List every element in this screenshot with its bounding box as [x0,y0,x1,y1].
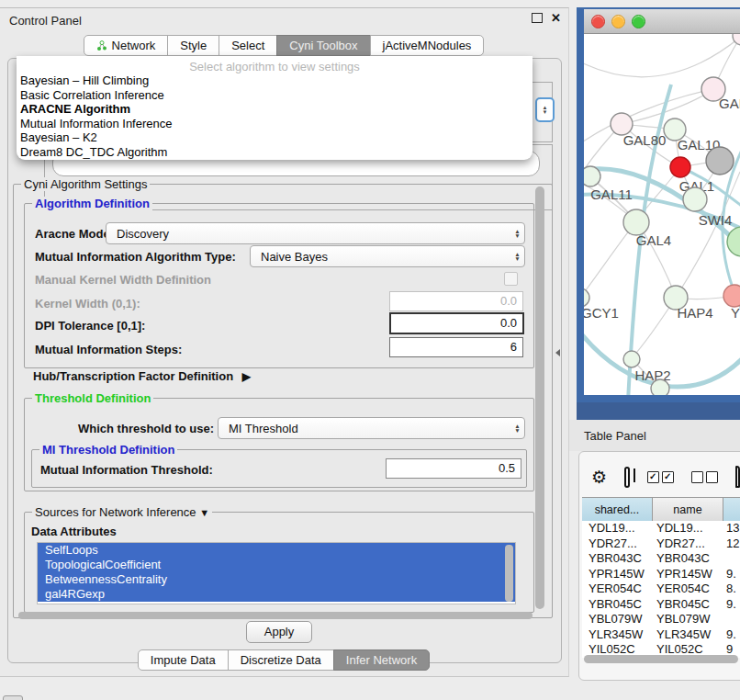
attribute-item-selected[interactable]: SelfLoops [38,543,515,558]
table-cell: YER054C [582,581,653,597]
network-node[interactable] [584,288,589,307]
algorithm-option[interactable]: Bayesian – Hill Climbing [17,73,533,88]
table-row[interactable]: YBR043CYBR043C [582,551,740,567]
table-cell: YDR27... [653,536,723,552]
table-rows: YDL19...YDL19...13YDR27...YDR27...12YBR0… [582,521,740,658]
tab-cyni-toolbox[interactable]: Cyni Toolbox [276,35,370,56]
kernel-width-field[interactable]: 0.0 [389,291,523,311]
attribute-item-selected[interactable]: BetweennessCentrality [38,572,515,587]
attribute-item-selected[interactable]: gal4RGexp [38,587,515,602]
table-row[interactable]: YBR045CYBR045C9. [582,597,740,613]
tab-jactivemnodules[interactable]: jActiveMNodules [370,35,485,56]
algorithm-option[interactable]: Mutual Information Inference [17,117,533,131]
table-horizontal-scrollbar[interactable] [584,655,738,663]
tab-network[interactable]: Network [84,35,169,56]
table-row[interactable]: YDR27...YDR27...12 [582,536,740,552]
columns-icon[interactable] [624,467,630,488]
cyni-algorithm-settings-title: Cyni Algorithm Settings [21,177,150,191]
threshold-definition-title: Threshold Definition [32,391,153,405]
algorithm-option[interactable]: Dream8 DC_TDC Algorithm [17,145,533,160]
algorithm-combo-stepper[interactable]: ▲▼ [535,97,555,122]
network-node[interactable] [683,187,707,211]
network-node[interactable] [723,285,740,307]
table-cell: YPR145W [653,567,723,582]
minimized-panel-icon[interactable] [3,695,23,700]
mi-type-value: Naive Bayes [261,250,510,264]
table-cell [723,612,740,627]
document-icon[interactable] [735,466,740,488]
network-node-label: GCY1 [584,305,619,321]
network-node[interactable] [584,166,600,186]
network-view-titlebar[interactable] [584,9,740,34]
close-panel-icon[interactable]: ✕ [551,12,561,24]
table-cell: YBR043C [653,551,723,567]
split-pane-arrow-icon[interactable] [555,349,560,356]
table-toolbar: ⚙ ✓✓ [584,462,740,491]
network-node[interactable] [706,147,734,175]
apply-button[interactable]: Apply [246,621,312,643]
column-header[interactable]: shared... [582,498,653,521]
network-node-label: GAL80 [623,132,667,148]
network-node[interactable] [623,209,649,235]
network-node[interactable] [651,379,669,395]
mi-type-select[interactable]: Naive Bayes ▲▼ [250,245,525,267]
tab-discretize-data[interactable]: Discretize Data [228,649,334,671]
minimize-yellow-icon[interactable] [611,15,625,28]
mi-steps-field[interactable]: 6 [389,337,523,357]
table-row[interactable]: YDL19...YDL19...13 [582,521,740,536]
network-edge [584,36,740,77]
desktop-background [577,402,740,420]
dpi-tolerance-field[interactable]: 0.0 [389,312,524,334]
network-node-label: GAL [719,96,740,111]
hub-definition-label[interactable]: Hub/Transcription Factor Definition ▶ [33,369,251,383]
tab-infer-network[interactable]: Infer Network [333,649,430,671]
network-node[interactable] [623,351,640,367]
table-cell: YLR345W [653,627,723,643]
algorithm-option[interactable]: Bayesian – K2 [17,130,533,145]
table-cell: YLR345W [582,627,653,643]
algorithm-option[interactable]: ARACNE Algorithm [17,102,533,117]
tab-select[interactable]: Select [219,35,277,56]
which-threshold-select[interactable]: MI Threshold ▲▼ [218,417,525,439]
attribute-item-selected[interactable]: TopologicalCoefficient [38,558,515,572]
network-node[interactable] [733,34,740,45]
mi-steps-label: Mutual Information Steps: [35,343,182,356]
manual-kernel-checkbox[interactable] [504,272,518,286]
close-red-icon[interactable] [591,15,605,28]
settings-horizontal-scrollbar[interactable] [18,612,533,619]
column-header[interactable] [723,498,740,521]
network-node[interactable] [670,157,690,177]
network-canvas[interactable]: GALGAL80GAL10GAL1GAL11SWI4GAL4GCY1HAP4YH… [584,34,740,395]
tab-style[interactable]: Style [167,35,219,56]
unchecked-pair-icon[interactable] [691,471,718,483]
algorithm-popup-placeholder: Select algorithm to view settings [17,56,533,73]
mi-threshold-field[interactable]: 0.5 [386,458,521,479]
collapse-down-icon[interactable]: ▼ [199,507,209,518]
expand-right-icon[interactable]: ▶ [242,370,251,383]
control-panel: Control Panel ✕ NetworkStyleSelectCyni T… [0,7,569,677]
tab-impute-data[interactable]: Impute Data [138,649,229,671]
column-header[interactable]: name [653,498,723,521]
settings-vertical-scrollbar[interactable] [535,186,544,609]
aracne-mode-select[interactable]: Discovery ▲▼ [106,222,525,244]
table-cell: 9. [723,597,740,613]
table-row[interactable]: YPR145WYPR145W9. [582,567,740,582]
table-row[interactable]: YLR345WYLR345W9. [582,627,740,643]
gear-icon[interactable]: ⚙ [591,467,607,488]
network-node[interactable] [727,227,740,256]
dpi-tolerance-label: DPI Tolerance [0,1]: [35,319,145,333]
float-panel-icon[interactable] [532,13,543,23]
checked-pair-icon[interactable]: ✓✓ [647,471,674,483]
mi-type-label: Mutual Information Algorithm Type: [35,250,236,264]
algorithm-option[interactable]: Basic Correlation Inference [17,88,533,103]
algorithm-popup: Select algorithm to view settings Bayesi… [17,56,533,160]
table-cell: YER054C [653,581,723,597]
table-row[interactable]: YBL079WYBL079W [582,612,740,627]
list-scrollbar[interactable] [505,545,513,602]
table-panel-title: Table Panel [584,429,646,443]
data-attributes-list[interactable]: SelfLoopsTopologicalCoefficientBetweenne… [37,542,516,604]
stepper-arrows-icon: ▲▼ [510,229,524,238]
zoom-green-icon[interactable] [632,15,645,28]
table-row[interactable]: YER054CYER054C8. [582,581,740,597]
table-header: shared...name [582,497,740,522]
